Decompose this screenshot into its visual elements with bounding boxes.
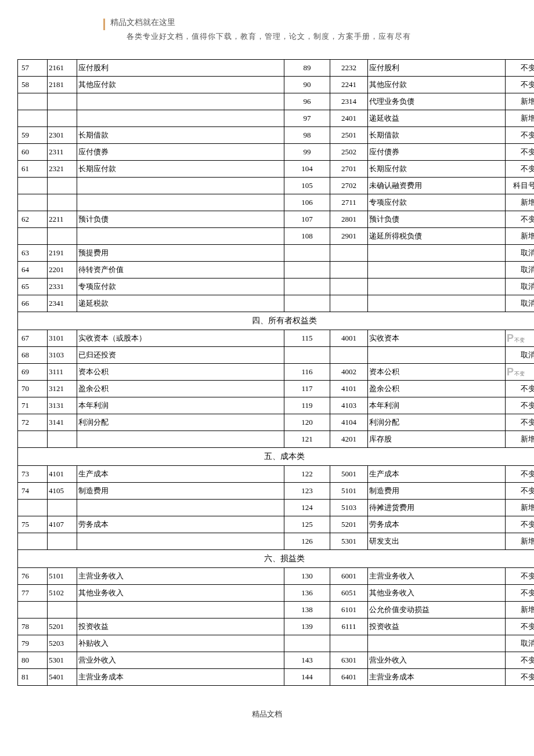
cell-c3: 应付股利 <box>77 60 284 77</box>
cell-c5: 6001 <box>330 568 368 585</box>
cell-c7: 新增 <box>506 602 535 618</box>
cell-c2: 3131 <box>48 397 77 414</box>
cell-c3: 补贴收入 <box>77 635 284 652</box>
cell-c7: 新增 <box>506 93 535 110</box>
cell-c1: 68 <box>18 347 48 364</box>
cell-c2 <box>48 431 77 448</box>
cell-c5: 2801 <box>330 211 368 228</box>
cell-c2: 4101 <box>48 466 77 483</box>
cell-c2 <box>48 500 77 516</box>
cell-c4: 89 <box>284 60 330 77</box>
cell-c4: 108 <box>284 228 330 245</box>
cell-c3 <box>77 93 284 110</box>
cell-c2: 5201 <box>48 618 77 635</box>
cell-c5: 4201 <box>330 431 368 448</box>
cell-c5: 2711 <box>330 194 368 211</box>
cell-c7: 不变 <box>506 144 535 161</box>
cell-c4 <box>284 262 330 278</box>
cell-c3: 生产成本 <box>77 466 284 483</box>
cell-c7: 不变 <box>506 161 535 178</box>
cell-c3 <box>77 533 284 550</box>
table-row: 754107劳务成本1255201劳务成本不变 <box>18 516 535 533</box>
cell-c4: 97 <box>284 110 330 127</box>
footer-text: 精品文档 <box>17 709 517 719</box>
cell-c1: 75 <box>18 516 48 533</box>
cell-c1: 57 <box>18 60 48 77</box>
cell-c6 <box>368 347 506 364</box>
cell-c4: 139 <box>284 618 330 635</box>
cell-c1: 65 <box>18 278 48 295</box>
watermark-label: 不变 <box>514 371 525 377</box>
cell-c4: 106 <box>284 194 330 211</box>
cell-c4 <box>284 347 330 364</box>
cell-c5 <box>330 278 368 295</box>
cell-c1 <box>18 194 48 211</box>
cell-c6 <box>368 635 506 652</box>
table-row: 1062711专项应付款新增 <box>18 194 535 211</box>
cell-c2: 2341 <box>48 295 77 312</box>
cell-c5 <box>330 635 368 652</box>
cell-c4: 126 <box>284 533 330 550</box>
table-row: 1245103待摊进货费用新增 <box>18 500 535 516</box>
cell-c2: 5102 <box>48 585 77 602</box>
table-row: 1265301研发支出新增 <box>18 533 535 550</box>
section-header: 五、成本类 <box>18 448 535 466</box>
cell-c6 <box>368 278 506 295</box>
cell-c7: 新增 <box>506 533 535 550</box>
cell-c2 <box>48 194 77 211</box>
cell-c3: 长期应付款 <box>77 161 284 178</box>
cell-c7: 不变 <box>506 397 535 414</box>
cell-c7: 取消 <box>506 295 535 312</box>
cell-c1: 77 <box>18 585 48 602</box>
table-row: 805301营业外收入1436301营业外收入不变 <box>18 652 535 669</box>
cell-c2 <box>48 93 77 110</box>
table-row: 815401主营业务成本1446401主营业务成本不变 <box>18 669 535 686</box>
cell-c4: 115 <box>284 330 330 347</box>
cell-c1: 76 <box>18 568 48 585</box>
cell-c5: 6301 <box>330 652 368 669</box>
cell-c1: 62 <box>18 211 48 228</box>
table-row: 713131本年利润1194103本年利润不变 <box>18 397 535 414</box>
cell-c3: 应付债券 <box>77 144 284 161</box>
cell-c5: 4101 <box>330 381 368 397</box>
cell-c4 <box>284 278 330 295</box>
cell-c6: 长期应付款 <box>368 161 506 178</box>
cell-c3 <box>77 602 284 618</box>
cell-c2: 2201 <box>48 262 77 278</box>
cell-c5: 6401 <box>330 669 368 686</box>
cell-c7: 取消 <box>506 245 535 262</box>
cell-c7: 不变 <box>506 466 535 483</box>
cell-c7: 不变 <box>506 568 535 585</box>
cell-c4: 107 <box>284 211 330 228</box>
cell-c4: 124 <box>284 500 330 516</box>
table-row: 785201投资收益1396111投资收益不变 <box>18 618 535 635</box>
cell-c1: 72 <box>18 414 48 431</box>
cell-c1: 71 <box>18 397 48 414</box>
cell-c3 <box>77 228 284 245</box>
cell-c5: 5101 <box>330 483 368 500</box>
cell-c7: 不变 <box>506 414 535 431</box>
cell-c3: 长期借款 <box>77 127 284 144</box>
cell-c4: 144 <box>284 669 330 686</box>
cell-c2: 5301 <box>48 652 77 669</box>
cell-c3: 本年利润 <box>77 397 284 414</box>
cell-c7: 新增 <box>506 228 535 245</box>
cell-c5: 2502 <box>330 144 368 161</box>
section-header: 六、损益类 <box>18 550 535 568</box>
cell-c3 <box>77 178 284 194</box>
cell-c7: P不变 <box>506 330 535 347</box>
cell-c3: 资本公积 <box>77 364 284 381</box>
cell-c1: 79 <box>18 635 48 652</box>
cell-c4: 99 <box>284 144 330 161</box>
cell-c3: 实收资本（或股本） <box>77 330 284 347</box>
cell-c1 <box>18 602 48 618</box>
cell-c4: 105 <box>284 178 330 194</box>
cell-c5: 5103 <box>330 500 368 516</box>
header-accent-bar <box>103 19 105 30</box>
table-row: 642201待转资产价值取消 <box>18 262 535 278</box>
cell-c7: 不变 <box>506 211 535 228</box>
cell-c5: 5301 <box>330 533 368 550</box>
cell-c1: 69 <box>18 364 48 381</box>
header-title: 精品文档就在这里 <box>110 17 517 28</box>
table-row: 632191预提费用取消 <box>18 245 535 262</box>
